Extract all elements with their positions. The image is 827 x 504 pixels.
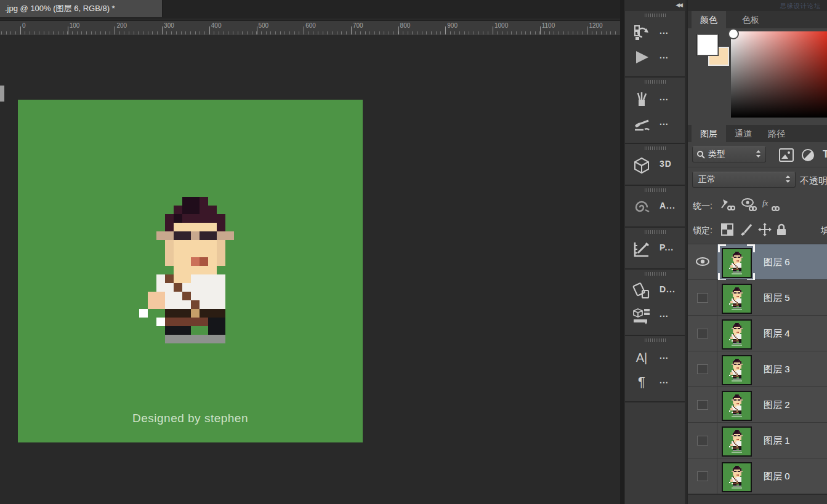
layer-thumbnail[interactable] [722,391,752,421]
unify-position-icon[interactable] [719,198,736,212]
sprite-pixel [208,214,217,223]
lock-all-icon[interactable] [775,223,788,236]
document-tab[interactable]: .jpg @ 100% (图层 6, RGB/8) * [0,0,163,17]
layer-row-图层0[interactable]: 图层 0 [688,458,827,494]
foreground-color-swatch[interactable] [697,34,718,55]
ruler-major-tick [493,26,493,34]
panel-group-grip[interactable] [645,80,666,84]
sprite-pixel [182,274,191,283]
panel-button-devices[interactable]: D... [625,279,685,303]
sprite-pixel [174,292,182,300]
collapse-panels-icon[interactable]: ◀◀ [676,2,682,8]
color-picker-cursor[interactable] [728,28,739,39]
layer-row-图层1[interactable]: 图层 1 [688,423,827,458]
visibility-checkbox-empty[interactable] [697,400,708,410]
visibility-cell[interactable] [688,316,717,351]
panel-button-label: ... [660,309,669,319]
sprite-pixel [182,326,191,335]
adjustment-layer-filter-icon[interactable] [801,148,815,162]
panel-group: 3D [625,144,685,186]
sprite-pixel [741,364,743,365]
layer-thumbnail[interactable] [722,319,752,350]
sprite-pixel [740,414,741,415]
document-canvas[interactable]: Designed by stephen [18,100,363,442]
sprite-pixel [165,309,174,318]
panel-button-brushes[interactable]: ... [625,87,685,111]
layer-name[interactable]: 图层 4 [764,316,790,351]
layer-name[interactable]: 图层 2 [764,387,790,422]
layer-row-图层4[interactable]: 图层 4 [688,316,827,351]
layer-row-图层6[interactable]: 图层 6 [688,244,827,280]
pixel-layer-filter-icon[interactable] [778,148,794,162]
tab-color[interactable]: 颜色 [692,11,726,28]
layer-name[interactable]: 图层 5 [764,280,790,315]
sprite-pixel [182,266,191,274]
layer-row-图层2[interactable]: 图层 2 [688,387,827,423]
unify-visibility-icon[interactable] [740,198,757,212]
panel-button-brush-presets[interactable]: ... [625,112,685,135]
ruler-major-tick [587,26,587,34]
layer-thumbnail[interactable] [722,426,752,457]
ruler-minor-tick [431,31,432,34]
color-gradient-field[interactable] [731,31,827,118]
visibility-cell[interactable] [688,387,717,422]
visibility-checkbox-empty[interactable] [697,364,708,374]
eye-icon[interactable] [696,257,709,269]
layer-thumbnail[interactable] [722,355,752,385]
visibility-cell[interactable] [688,244,717,279]
sprite-pixel [200,214,208,223]
panel-button-cube-3d[interactable]: 3D [625,154,685,177]
panel-strip-header: ◀◀ [624,0,685,11]
blend-mode-dropdown[interactable]: 正常 [692,172,796,188]
layer-name[interactable]: 图层 3 [764,351,790,386]
layer-name[interactable]: 图层 0 [764,458,790,494]
ruler-minor-tick [181,31,182,34]
panel-button-history[interactable]: ... [625,21,685,44]
panel-button-label: ... [660,26,669,36]
tab-swatches[interactable]: 色板 [733,11,768,28]
panel-group-grip[interactable] [645,272,666,276]
panel-group-grip[interactable] [645,230,666,234]
ruler-minor-tick [166,31,167,34]
visibility-cell[interactable] [688,458,717,494]
panel-button-character-panel[interactable]: A|... [625,346,685,369]
layer-row-图层5[interactable]: 图层 5 [688,280,827,316]
layer-name[interactable]: 图层 1 [764,423,790,458]
panel-group-grip[interactable] [645,188,666,192]
layer-filter-type-dropdown[interactable]: 类型 [692,146,766,162]
credit-text: Designed by stephen [18,412,363,425]
layer-name[interactable]: 图层 6 [764,244,790,279]
visibility-checkbox-empty[interactable] [697,436,708,446]
visibility-cell[interactable] [688,351,717,386]
panel-button-play-actions[interactable]: ... [625,46,685,69]
visibility-checkbox-empty[interactable] [697,293,708,303]
panel-group-grip[interactable] [645,146,666,150]
visibility-cell[interactable] [688,280,717,315]
lock-transparency-icon[interactable] [720,223,734,236]
horizontal-ruler[interactable]: 0100200300400500600700800900100011001200 [0,20,620,36]
visibility-cell[interactable] [688,423,717,458]
sprite-pixel [174,249,182,257]
panel-group-grip[interactable] [645,338,666,342]
panel-group-grip[interactable] [645,14,666,17]
type-layer-filter-icon[interactable]: T [823,148,827,161]
layer-row-图层3[interactable]: 图层 3 [688,351,827,387]
layer-thumbnail[interactable] [722,284,752,314]
visibility-checkbox-empty[interactable] [697,471,708,481]
panel-button-pencil-ruler[interactable]: P... [625,238,685,261]
thumbnail-credit-line [732,452,742,453]
visibility-checkbox-empty[interactable] [697,329,708,338]
swirl-icon [632,198,651,217]
tab-layers[interactable]: 图层 [692,125,726,142]
panel-button-paragraph[interactable]: ¶... [625,370,685,394]
panel-button-cube-sliders[interactable]: ... [625,304,685,327]
ruler-label: 400 [211,22,222,29]
ruler-major-tick [20,26,21,34]
unify-effects-icon[interactable]: fx [762,198,780,212]
panel-button-swirl[interactable]: A... [625,196,685,219]
lock-pixels-brush-icon[interactable] [739,223,754,236]
lock-position-icon[interactable] [757,223,772,236]
layer-thumbnail[interactable] [722,462,752,492]
tab-paths[interactable]: 路径 [759,125,794,142]
tab-channels[interactable]: 通道 [726,125,760,142]
